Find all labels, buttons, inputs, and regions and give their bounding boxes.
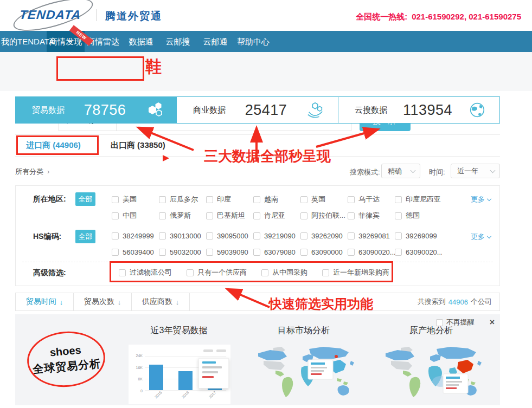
- advanced-checkbox-item[interactable]: 近一年新增采购商: [322, 268, 389, 277]
- checkbox[interactable]: [112, 249, 119, 256]
- checkbox-label: 厄瓜多尔: [170, 195, 198, 204]
- checkbox[interactable]: [300, 249, 307, 256]
- region-checkbox-item[interactable]: 巴基斯坦: [206, 211, 253, 221]
- time-select[interactable]: 近一年: [451, 164, 500, 178]
- checkbox[interactable]: [112, 212, 119, 219]
- hscode-checkbox-item[interactable]: 39262090: [300, 232, 348, 240]
- nav-item-help-center[interactable]: 帮助中心: [237, 31, 270, 52]
- checkbox[interactable]: [119, 269, 126, 276]
- checkbox[interactable]: [159, 196, 166, 203]
- map-tooltip: [443, 374, 468, 393]
- checkbox[interactable]: [112, 196, 119, 203]
- hscode-more-link[interactable]: 更多: [471, 232, 491, 242]
- checkbox[interactable]: [322, 269, 329, 276]
- checkbox[interactable]: [348, 212, 355, 219]
- region-checkbox-item[interactable]: 中国: [112, 211, 159, 221]
- region-checkbox-item[interactable]: 厄瓜多尔: [159, 195, 206, 204]
- region-all-badge[interactable]: 全部: [75, 192, 95, 206]
- region-checkbox-item[interactable]: 肯尼亚: [253, 211, 300, 221]
- checkbox[interactable]: [300, 212, 307, 219]
- sort-supplier-count[interactable]: 供应商数: [132, 293, 190, 310]
- more-label: 更多: [471, 232, 485, 242]
- tab-importer[interactable]: 进口商 (44906): [26, 140, 81, 151]
- sort-label: 供应商数: [142, 297, 172, 307]
- hscode-checkbox-item[interactable]: 39013000: [159, 232, 206, 240]
- map-tooltip: [308, 360, 333, 379]
- region-checkbox-item[interactable]: 印度: [206, 195, 253, 204]
- nav-item-my-tendata[interactable]: 我的TENDATA: [1, 31, 54, 52]
- region-checkbox-item[interactable]: 德国: [395, 211, 442, 221]
- hscode-checkbox-item[interactable]: 63079080: [253, 248, 300, 256]
- checkbox[interactable]: [253, 212, 260, 219]
- checkbox[interactable]: [395, 212, 402, 219]
- checkbox[interactable]: [159, 232, 166, 239]
- hscode-checkbox-item[interactable]: 39219090: [253, 232, 300, 240]
- checkbox[interactable]: [395, 249, 402, 256]
- analysis-preview-panel: 不再提醒 × 近3年贸易数据 目标市场分析 原产地分析 shoes 全球贸易分析…: [15, 314, 500, 405]
- checkbox[interactable]: [300, 196, 307, 203]
- advanced-checkbox-item[interactable]: 只有一个供应商: [187, 268, 247, 277]
- hscode-checkbox-item[interactable]: 39095000: [206, 232, 253, 240]
- checkbox[interactable]: [206, 232, 213, 239]
- checkbox-label: 越南: [264, 195, 278, 204]
- checkbox-label: 中国: [123, 211, 137, 221]
- hotline-numbers: 021-61590292, 021-61590275: [412, 12, 521, 22]
- hscode-checkbox-item[interactable]: 59039090: [206, 248, 253, 256]
- checkbox[interactable]: [112, 232, 119, 239]
- checkbox[interactable]: [159, 249, 166, 256]
- tab-exporter[interactable]: 出口商 (33850): [111, 140, 165, 151]
- advanced-checkbox-item[interactable]: 过滤物流公司: [119, 268, 172, 277]
- checkbox[interactable]: [206, 249, 213, 256]
- hscode-checkbox-item[interactable]: 63090000: [300, 248, 348, 256]
- checkbox[interactable]: [348, 196, 355, 203]
- checkbox[interactable]: [253, 249, 260, 256]
- region-checkbox-item[interactable]: 阿拉伯联...: [300, 211, 348, 221]
- region-checkbox-item[interactable]: 俄罗斯: [159, 211, 206, 221]
- checkbox[interactable]: [206, 212, 213, 219]
- checkbox-label: 印度: [217, 195, 231, 204]
- checkbox[interactable]: [395, 232, 402, 239]
- checkbox[interactable]: [253, 196, 260, 203]
- hscode-checkbox-item[interactable]: 39269099: [395, 232, 442, 240]
- checkbox[interactable]: [300, 232, 307, 239]
- checkbox[interactable]: [187, 269, 194, 276]
- checkbox[interactable]: [253, 232, 260, 239]
- checkbox[interactable]: [159, 212, 166, 219]
- hscode-checkbox-item[interactable]: 59032000: [159, 248, 206, 256]
- checkbox[interactable]: [395, 196, 402, 203]
- region-checkbox-item[interactable]: 越南: [253, 195, 300, 204]
- business-data-card[interactable]: 商业数据 25417: [177, 97, 338, 123]
- region-checkbox-item[interactable]: 乌干达: [348, 195, 395, 204]
- hscode-checkbox-item[interactable]: 39269081: [348, 232, 395, 240]
- region-checkbox-item[interactable]: 印度尼西亚: [395, 195, 442, 204]
- hscode-checkbox-item[interactable]: 56039400: [112, 248, 159, 256]
- hscode-checkbox-item[interactable]: 38249999: [112, 232, 159, 240]
- region-checkbox-item[interactable]: 英国: [300, 195, 348, 204]
- checkbox[interactable]: [348, 232, 355, 239]
- search-mode-select[interactable]: 精确: [381, 164, 420, 178]
- nav-item-datatong[interactable]: 数据通: [129, 31, 153, 52]
- cloud-search-data-card[interactable]: 云搜数据 113954: [338, 97, 499, 123]
- close-icon[interactable]: ×: [490, 318, 495, 327]
- checkbox[interactable]: [261, 269, 268, 276]
- hscode-checkbox-item[interactable]: 63090020...: [348, 248, 395, 256]
- checkbox-label: 63090000: [311, 248, 343, 256]
- hscode-all-badge[interactable]: 全部: [75, 230, 95, 243]
- sort-trade-count[interactable]: 贸易次数: [74, 293, 132, 310]
- sort-trade-time[interactable]: 贸易时间: [16, 293, 74, 310]
- region-more-link[interactable]: 更多: [471, 195, 491, 204]
- region-checkbox-item[interactable]: 菲律宾: [348, 211, 395, 221]
- all-categories-link[interactable]: 所有分类: [15, 167, 49, 177]
- nav-item-mail-search[interactable]: 云邮搜: [166, 31, 190, 52]
- checkbox-label: 近一年新增采购商: [333, 268, 389, 277]
- hscode-checkbox-item[interactable]: 63090020...: [395, 248, 442, 256]
- nav-item-mail-tong[interactable]: 云邮通: [203, 31, 228, 52]
- checkbox[interactable]: [348, 249, 355, 256]
- region-filter-label: 所在地区:: [33, 195, 66, 204]
- checkbox[interactable]: [206, 196, 213, 203]
- region-checkbox-row-1: 美国 厄瓜多尔 印度 越南 英国: [112, 195, 442, 204]
- region-checkbox-item[interactable]: 美国: [112, 195, 159, 204]
- trade-data-card[interactable]: 贸易数据 78756: [16, 97, 177, 123]
- tendata-logo[interactable]: TENDATA: [20, 8, 106, 24]
- advanced-checkbox-item[interactable]: 从中国采购: [261, 268, 307, 277]
